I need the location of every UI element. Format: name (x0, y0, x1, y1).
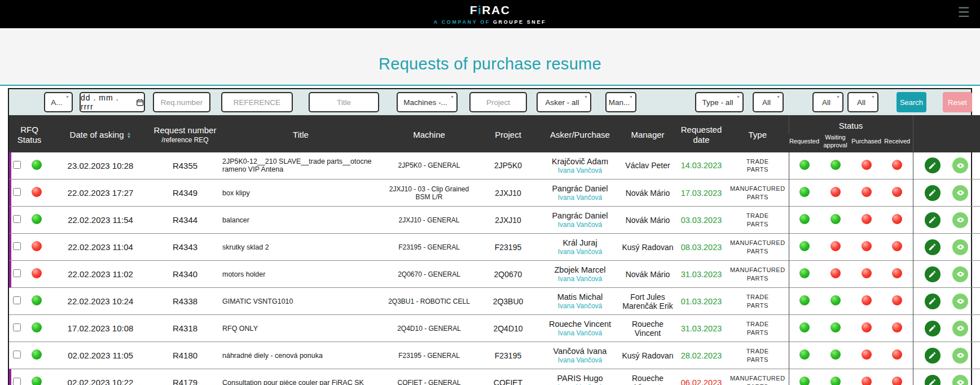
pencil-icon (928, 378, 937, 385)
rfq-status-cell (24, 315, 50, 342)
view-button[interactable] (952, 348, 968, 364)
view-button[interactable] (952, 158, 968, 173)
project-input[interactable] (469, 92, 527, 112)
manager: Kusý Radovan (619, 342, 676, 369)
request-title: GIMATIC VSNTG1010 (219, 288, 383, 315)
status-requested-dot (799, 214, 810, 224)
row-checkbox[interactable] (13, 242, 21, 250)
edit-button[interactable] (925, 239, 941, 255)
status-received-filter[interactable]: All ▼ (847, 92, 878, 112)
col-date-of-asking[interactable]: Date of asking▲▼ (50, 115, 151, 152)
col-manager: Manager (619, 115, 676, 152)
col-type: Type (727, 115, 789, 152)
view-button[interactable] (952, 212, 968, 228)
purchaser-name: Ivana Vančová (540, 167, 619, 174)
row-checkbox[interactable] (13, 269, 21, 277)
actions-cell (913, 342, 980, 369)
edit-button[interactable] (925, 348, 941, 364)
rfq-status-filter[interactable]: A... ▼ (44, 92, 73, 112)
machine: COFIET - GENERAL (383, 369, 476, 385)
asker-filter[interactable]: Asker - all ▼ (537, 92, 591, 112)
request-number-input[interactable] (153, 92, 210, 112)
row-checkbox[interactable] (13, 161, 21, 169)
actions-cell (913, 315, 980, 342)
status-waiting-cell (820, 369, 851, 385)
row-checkbox[interactable] (13, 323, 21, 331)
edit-button[interactable] (925, 185, 941, 201)
requested-date: 31.03.2023 (676, 315, 727, 342)
row-select-cell (9, 207, 24, 234)
rfq-status-dot (32, 214, 42, 224)
edit-button[interactable] (925, 266, 941, 282)
type: MANUFACTURED PARTS (727, 180, 789, 207)
date-filter-value: dd . mm . rrrr (81, 93, 133, 111)
view-button[interactable] (952, 185, 968, 201)
edit-button[interactable] (925, 375, 941, 385)
row-checkbox[interactable] (13, 296, 21, 304)
view-button[interactable] (952, 266, 968, 282)
status-requested-cell (789, 261, 820, 288)
status-waiting-approval-dot (830, 295, 841, 305)
sort-icon[interactable]: ▲▼ (126, 132, 131, 139)
row-checkbox[interactable] (13, 351, 21, 358)
request-number: R4318 (151, 315, 219, 342)
status-waiting-cell (820, 234, 851, 261)
table-row: 22.02.2023 11:02 R4340 motors holder 2Q0… (9, 261, 980, 288)
project: 2JP5K0 (476, 152, 540, 180)
rfq-status-cell (24, 261, 50, 288)
status-waiting-cell (820, 261, 851, 288)
machine: F23195 - GENERAL (383, 342, 476, 369)
machine: 2JXJ10 - 03 - Clip Grained BSM L/R (383, 180, 476, 207)
asker-cell: Pangrác Daniel Ivana Vančová (540, 180, 619, 207)
type-filter[interactable]: Type - all ▼ (695, 92, 744, 112)
edit-button[interactable] (925, 158, 941, 173)
view-button[interactable] (952, 375, 968, 385)
status-received-dot (892, 349, 902, 360)
row-select-cell (9, 234, 24, 261)
title-input[interactable] (309, 92, 379, 112)
edit-button[interactable] (925, 294, 941, 309)
machines-filter[interactable]: Machines -... ▼ (397, 92, 458, 112)
col-actions (913, 115, 980, 152)
project: 2Q0670 (476, 261, 540, 288)
machine: 2Q0670 - GENERAL (383, 261, 476, 288)
reference-input[interactable] (221, 92, 293, 112)
status-purchased-filter[interactable]: All ▼ (812, 92, 843, 112)
status-requested-filter[interactable]: All ▼ (753, 92, 784, 112)
machine: 2Q3BU1 - ROBOTIC CELL (383, 288, 476, 315)
hamburger-menu-icon[interactable]: ☰ (957, 6, 970, 19)
status-requested-dot (799, 160, 810, 170)
type: TRADE PARTS (727, 152, 789, 180)
type: TRADE PARTS (727, 342, 789, 369)
asker-cell: Zbojek Marcel Ivana Vančová (540, 261, 619, 288)
view-button[interactable] (952, 294, 968, 309)
view-button[interactable] (952, 321, 968, 336)
col-requested-date: Requesteddate (676, 115, 727, 152)
request-title: 2JP5K0-12__210 SLAVE__trade parts__otocn… (219, 152, 383, 180)
request-number: R4179 (151, 369, 219, 385)
manager-filter[interactable]: Man... ▼ (605, 92, 636, 112)
actions-cell (913, 152, 980, 180)
table-header: RFQStatus Date of asking▲▼ Request numbe… (9, 115, 980, 152)
row-checkbox[interactable] (13, 378, 21, 385)
status-purchased-dot (862, 377, 872, 385)
view-button[interactable] (952, 239, 968, 255)
status-waiting-approval-dot (830, 349, 841, 360)
table-row: 02.02.2023 10:22 R4179 Consultation pour… (9, 369, 980, 385)
asker-cell: Vančová Ivana Ivana Vančová (540, 342, 619, 369)
status-requested-dot (799, 241, 810, 251)
status-requested-cell (789, 288, 820, 315)
edit-button[interactable] (925, 321, 941, 336)
search-button[interactable]: Search (896, 92, 926, 112)
row-checkbox[interactable] (13, 215, 21, 223)
date-filter-input[interactable]: dd . mm . rrrr (80, 92, 145, 112)
col-machine: Machine (383, 115, 476, 152)
type-filter-value: Type - all (702, 98, 733, 107)
row-checkbox[interactable] (13, 188, 21, 196)
requests-table: RFQStatus Date of asking▲▼ Request numbe… (9, 115, 980, 385)
rfq-status-dot (32, 377, 42, 385)
pencil-icon (928, 324, 937, 333)
edit-button[interactable] (925, 212, 941, 228)
manager-filter-value: Man... (609, 98, 630, 107)
reset-button[interactable]: Reset (943, 92, 972, 112)
